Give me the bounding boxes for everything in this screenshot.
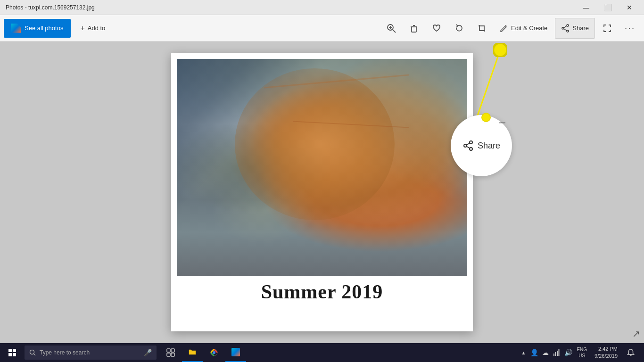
svg-rect-28 <box>553 354 554 356</box>
rotate-button[interactable] <box>449 18 470 39</box>
svg-point-9 <box>567 30 569 32</box>
volume-icon[interactable]: 🔊 <box>563 343 573 362</box>
svg-line-21 <box>34 354 36 356</box>
window-controls: — ⬜ ✕ <box>575 0 640 15</box>
svg-rect-22 <box>167 349 170 352</box>
photo-image <box>177 59 467 276</box>
svg-point-17 <box>464 144 467 147</box>
windows-logo-icon <box>8 349 16 356</box>
svg-line-1 <box>393 30 396 33</box>
photos-app-icon <box>11 24 21 33</box>
fullscreen-icon <box>603 24 611 33</box>
fullscreen-button[interactable] <box>597 18 618 39</box>
microphone-icon: 🎤 <box>144 349 152 356</box>
photo-frame: Summer 2019 <box>171 53 473 331</box>
add-to-button[interactable]: + Add to <box>73 19 113 38</box>
svg-point-15 <box>470 141 472 144</box>
ellipsis-icon: ··· <box>625 23 636 33</box>
chrome-button[interactable] <box>204 343 224 362</box>
share-button[interactable]: Share <box>555 18 595 39</box>
svg-point-10 <box>562 27 564 29</box>
people-icon[interactable]: 👤 <box>529 343 539 362</box>
favorite-button[interactable] <box>426 18 447 39</box>
svg-point-16 <box>470 148 472 150</box>
share-callout: Share <box>451 115 512 176</box>
photos-taskbar-icon <box>231 348 240 356</box>
task-view-button[interactable] <box>160 343 181 362</box>
lang-label: ENG <box>577 346 587 353</box>
see-all-photos-button[interactable]: See all photos <box>4 19 71 38</box>
svg-line-12 <box>564 29 567 31</box>
svg-point-8 <box>567 25 569 26</box>
taskbar-apps <box>160 343 246 362</box>
toolbar: See all photos + Add to <box>0 15 644 41</box>
photo-caption: Summer 2019 <box>177 276 467 303</box>
svg-line-18 <box>466 143 470 145</box>
cloud-icon[interactable]: ☁ <box>541 343 550 362</box>
expand-icon[interactable]: ↗ <box>632 328 640 339</box>
region-label: US <box>577 353 587 359</box>
close-button[interactable]: ✕ <box>619 0 640 15</box>
clock-time: 2:42 PM <box>594 346 618 353</box>
notification-center-button[interactable] <box>623 343 638 362</box>
search-icon <box>29 349 36 356</box>
chrome-icon <box>210 348 218 357</box>
network-icon[interactable] <box>552 343 561 362</box>
share-callout-bubble: Share <box>451 115 512 176</box>
svg-rect-24 <box>167 353 170 356</box>
svg-rect-25 <box>171 353 174 356</box>
share-icon <box>561 24 570 33</box>
svg-line-19 <box>466 147 470 148</box>
tray-expand-button[interactable]: ▲ <box>519 350 528 355</box>
delete-icon <box>409 24 419 33</box>
system-tray: ▲ 👤 ☁ 🔊 ENG US 2:42 PM 9/26/2019 <box>519 343 642 362</box>
search-placeholder: Type here to search <box>40 349 90 356</box>
zoom-in-icon <box>387 24 396 33</box>
clock-date: 9/26/2019 <box>594 353 618 360</box>
svg-point-27 <box>213 351 215 354</box>
arrow-indicator <box>481 113 491 122</box>
taskbar-search[interactable]: Type here to search 🎤 <box>25 346 157 360</box>
notification-icon <box>627 349 635 356</box>
maximize-button[interactable]: ⬜ <box>597 0 619 15</box>
minimize-button[interactable]: — <box>575 0 597 15</box>
zoom-in-button[interactable] <box>381 18 402 39</box>
share-callout-icon <box>462 140 474 151</box>
svg-point-20 <box>30 350 34 354</box>
task-view-icon <box>166 348 175 357</box>
taskbar: Type here to search 🎤 <box>0 343 644 362</box>
svg-rect-31 <box>559 349 560 356</box>
start-button[interactable] <box>2 343 23 362</box>
more-options-button[interactable]: ··· <box>619 18 640 39</box>
edit-create-label: Edit & Create <box>511 25 547 32</box>
crop-button[interactable] <box>471 18 492 39</box>
window-title: Photos - tuxpi.com.1569257132.jpg <box>4 4 575 11</box>
edit-create-button[interactable]: Edit & Create <box>494 18 553 39</box>
share-callout-content: Share <box>462 140 500 151</box>
photos-taskbar-button[interactable] <box>225 343 246 362</box>
cat-photo <box>177 59 467 276</box>
add-to-label: Add to <box>88 25 106 32</box>
svg-rect-4 <box>412 27 416 32</box>
delete-button[interactable] <box>404 18 424 39</box>
svg-rect-23 <box>171 349 174 352</box>
main-content: Summer 2019 Share <box>0 41 644 343</box>
share-callout-label: Share <box>478 141 500 151</box>
heart-icon <box>432 24 441 33</box>
rotate-icon <box>454 24 464 33</box>
edit-icon <box>500 24 508 33</box>
language-indicator[interactable]: ENG US <box>575 346 589 359</box>
svg-rect-29 <box>555 352 556 356</box>
file-explorer-button[interactable] <box>182 343 203 362</box>
plus-icon: + <box>80 24 84 33</box>
file-explorer-icon <box>188 348 197 356</box>
network-svg-icon <box>553 349 561 356</box>
system-clock[interactable]: 2:42 PM 9/26/2019 <box>591 346 621 360</box>
see-all-photos-label: See all photos <box>25 25 63 32</box>
svg-line-7 <box>505 25 506 26</box>
title-bar: Photos - tuxpi.com.1569257132.jpg — ⬜ ✕ <box>0 0 644 15</box>
svg-rect-30 <box>557 351 558 356</box>
share-label: Share <box>572 25 589 32</box>
crop-icon <box>477 24 487 33</box>
svg-line-11 <box>564 26 567 28</box>
